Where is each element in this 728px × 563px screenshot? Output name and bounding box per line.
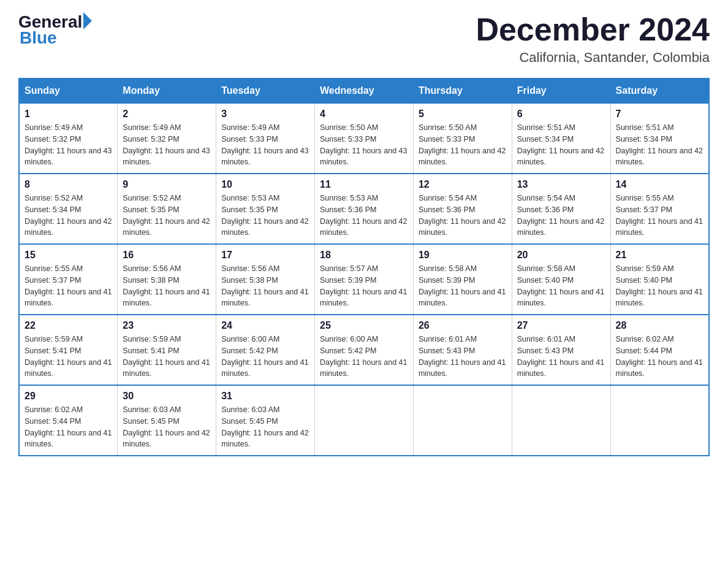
day-number: 3 [221,109,309,120]
calendar-cell: 16Sunrise: 5:56 AMSunset: 5:38 PMDayligh… [118,244,216,315]
day-info: Sunrise: 5:54 AMSunset: 5:36 PMDaylight:… [517,193,605,239]
calendar-cell [512,385,610,456]
day-number: 21 [616,250,703,261]
title-section: December 2024 California, Santander, Col… [476,12,710,66]
logo: General Blue [18,12,92,48]
calendar-cell: 13Sunrise: 5:54 AMSunset: 5:36 PMDayligh… [512,174,610,244]
weekday-header-thursday: Thursday [413,79,512,103]
day-info: Sunrise: 5:49 AMSunset: 5:32 PMDaylight:… [123,122,211,168]
calendar-cell: 14Sunrise: 5:55 AMSunset: 5:37 PMDayligh… [610,174,709,244]
calendar-cell: 21Sunrise: 5:59 AMSunset: 5:40 PMDayligh… [610,244,709,315]
calendar-cell: 18Sunrise: 5:57 AMSunset: 5:39 PMDayligh… [315,244,414,315]
day-info: Sunrise: 5:49 AMSunset: 5:32 PMDaylight:… [25,122,112,168]
day-number: 23 [123,320,211,331]
day-info: Sunrise: 5:58 AMSunset: 5:40 PMDaylight:… [517,263,605,309]
day-info: Sunrise: 6:03 AMSunset: 5:45 PMDaylight:… [221,404,309,450]
day-info: Sunrise: 5:58 AMSunset: 5:39 PMDaylight:… [419,263,507,309]
day-info: Sunrise: 6:02 AMSunset: 5:44 PMDaylight:… [616,334,703,380]
day-info: Sunrise: 5:52 AMSunset: 5:34 PMDaylight:… [25,193,112,239]
day-info: Sunrise: 6:03 AMSunset: 5:45 PMDaylight:… [123,404,211,450]
calendar-cell: 26Sunrise: 6:01 AMSunset: 5:43 PMDayligh… [413,315,512,385]
calendar-cell: 12Sunrise: 5:54 AMSunset: 5:36 PMDayligh… [413,174,512,244]
day-number: 29 [25,391,112,402]
calendar-cell: 17Sunrise: 5:56 AMSunset: 5:38 PMDayligh… [216,244,315,315]
day-info: Sunrise: 6:02 AMSunset: 5:44 PMDaylight:… [25,404,112,450]
day-info: Sunrise: 6:01 AMSunset: 5:43 PMDaylight:… [517,334,605,380]
calendar-cell: 4Sunrise: 5:50 AMSunset: 5:33 PMDaylight… [315,103,414,174]
weekday-header-saturday: Saturday [610,79,709,103]
calendar-cell: 9Sunrise: 5:52 AMSunset: 5:35 PMDaylight… [118,174,216,244]
calendar-cell [413,385,512,456]
day-info: Sunrise: 5:55 AMSunset: 5:37 PMDaylight:… [616,193,703,239]
day-info: Sunrise: 5:59 AMSunset: 5:41 PMDaylight:… [123,334,211,380]
day-info: Sunrise: 5:51 AMSunset: 5:34 PMDaylight:… [517,122,605,168]
calendar-cell: 28Sunrise: 6:02 AMSunset: 5:44 PMDayligh… [610,315,709,385]
weekday-header-wednesday: Wednesday [315,79,414,103]
calendar-week-row: 8Sunrise: 5:52 AMSunset: 5:34 PMDaylight… [19,174,709,244]
calendar-cell: 11Sunrise: 5:53 AMSunset: 5:36 PMDayligh… [315,174,414,244]
day-number: 4 [320,109,408,120]
calendar-table: SundayMondayTuesdayWednesdayThursdayFrid… [18,78,710,456]
calendar-cell: 7Sunrise: 5:51 AMSunset: 5:34 PMDaylight… [610,103,709,174]
calendar-cell: 25Sunrise: 6:00 AMSunset: 5:42 PMDayligh… [315,315,414,385]
calendar-cell: 10Sunrise: 5:53 AMSunset: 5:35 PMDayligh… [216,174,315,244]
day-number: 6 [517,109,605,120]
page-header: General Blue December 2024 California, S… [18,12,710,66]
calendar-cell: 8Sunrise: 5:52 AMSunset: 5:34 PMDaylight… [19,174,118,244]
calendar-cell: 20Sunrise: 5:58 AMSunset: 5:40 PMDayligh… [512,244,610,315]
day-number: 7 [616,109,703,120]
calendar-cell: 6Sunrise: 5:51 AMSunset: 5:34 PMDaylight… [512,103,610,174]
calendar-cell: 29Sunrise: 6:02 AMSunset: 5:44 PMDayligh… [19,385,118,456]
day-info: Sunrise: 5:50 AMSunset: 5:33 PMDaylight:… [320,122,408,168]
day-number: 25 [320,320,408,331]
calendar-cell: 15Sunrise: 5:55 AMSunset: 5:37 PMDayligh… [19,244,118,315]
day-number: 2 [123,109,211,120]
day-info: Sunrise: 5:55 AMSunset: 5:37 PMDaylight:… [25,263,112,309]
calendar-week-row: 22Sunrise: 5:59 AMSunset: 5:41 PMDayligh… [19,315,709,385]
day-number: 11 [320,179,408,190]
calendar-cell: 24Sunrise: 6:00 AMSunset: 5:42 PMDayligh… [216,315,315,385]
calendar-week-row: 1Sunrise: 5:49 AMSunset: 5:32 PMDaylight… [19,103,709,174]
day-number: 22 [25,320,112,331]
weekday-header-tuesday: Tuesday [216,79,315,103]
day-info: Sunrise: 5:53 AMSunset: 5:35 PMDaylight:… [221,193,309,239]
day-number: 12 [419,179,507,190]
day-number: 16 [123,250,211,261]
day-info: Sunrise: 6:00 AMSunset: 5:42 PMDaylight:… [320,334,408,380]
weekday-header-monday: Monday [118,79,216,103]
calendar-cell [610,385,709,456]
day-info: Sunrise: 5:52 AMSunset: 5:35 PMDaylight:… [123,193,211,239]
day-number: 20 [517,250,605,261]
day-number: 8 [25,179,112,190]
day-number: 31 [221,391,309,402]
logo-blue-text: Blue [20,28,57,48]
calendar-cell: 1Sunrise: 5:49 AMSunset: 5:32 PMDaylight… [19,103,118,174]
weekday-header-friday: Friday [512,79,610,103]
calendar-week-row: 29Sunrise: 6:02 AMSunset: 5:44 PMDayligh… [19,385,709,456]
day-info: Sunrise: 5:59 AMSunset: 5:40 PMDaylight:… [616,263,703,309]
weekday-header-sunday: Sunday [19,79,118,103]
day-info: Sunrise: 5:49 AMSunset: 5:33 PMDaylight:… [221,122,309,168]
day-info: Sunrise: 5:57 AMSunset: 5:39 PMDaylight:… [320,263,408,309]
calendar-week-row: 15Sunrise: 5:55 AMSunset: 5:37 PMDayligh… [19,244,709,315]
day-number: 17 [221,250,309,261]
day-number: 18 [320,250,408,261]
day-number: 14 [616,179,703,190]
day-number: 5 [419,109,507,120]
day-number: 13 [517,179,605,190]
location-title: California, Santander, Colombia [476,50,710,66]
calendar-cell: 27Sunrise: 6:01 AMSunset: 5:43 PMDayligh… [512,315,610,385]
calendar-cell: 2Sunrise: 5:49 AMSunset: 5:32 PMDaylight… [118,103,216,174]
day-info: Sunrise: 6:00 AMSunset: 5:42 PMDaylight:… [221,334,309,380]
day-number: 10 [221,179,309,190]
day-number: 27 [517,320,605,331]
calendar-cell: 31Sunrise: 6:03 AMSunset: 5:45 PMDayligh… [216,385,315,456]
day-number: 1 [25,109,112,120]
calendar-cell: 30Sunrise: 6:03 AMSunset: 5:45 PMDayligh… [118,385,216,456]
calendar-cell: 22Sunrise: 5:59 AMSunset: 5:41 PMDayligh… [19,315,118,385]
day-number: 30 [123,391,211,402]
day-info: Sunrise: 5:50 AMSunset: 5:33 PMDaylight:… [419,122,507,168]
day-number: 26 [419,320,507,331]
day-number: 24 [221,320,309,331]
day-info: Sunrise: 5:59 AMSunset: 5:41 PMDaylight:… [25,334,112,380]
